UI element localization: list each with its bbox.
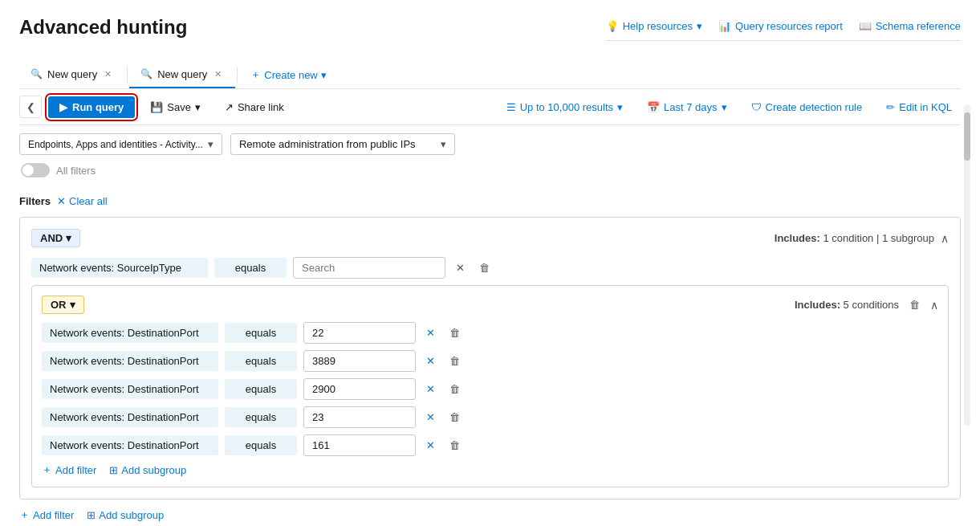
tab-close-2[interactable]: ✕ (212, 68, 224, 80)
clear-value-btn-0[interactable]: ✕ (422, 324, 439, 341)
clear-value-btn-3[interactable]: ✕ (422, 409, 439, 426)
subgroup-includes-label: Includes: 5 conditions 🗑 ∧ (795, 296, 938, 313)
chart-icon: 📊 (718, 20, 731, 32)
delete-row-btn-2[interactable]: 🗑 (445, 381, 464, 398)
source-ip-field: Network events: SourceIpType (31, 258, 208, 278)
dest-port-value-4: 161 (303, 434, 416, 456)
clear-value-btn[interactable]: ✕ (452, 259, 469, 276)
scrollbar[interactable] (964, 104, 970, 426)
add-filter-btn-inner[interactable]: ＋ Add filter (42, 463, 96, 477)
subgroup-rows: Network events: DestinationPort equals 2… (42, 322, 938, 456)
dest-port-value-0: 22 (303, 322, 416, 344)
edit-icon: ✏ (886, 101, 895, 113)
x-icon: ✕ (57, 195, 66, 207)
subgroup-row-1: Network events: DestinationPort equals 3… (42, 350, 938, 372)
delete-row-btn-0[interactable]: 🗑 (445, 324, 464, 341)
all-filters-toggle[interactable] (21, 163, 50, 177)
dest-port-op-1: equals (225, 351, 297, 371)
remote-admin-label: Remote administration from public IPs (239, 138, 416, 150)
run-query-button[interactable]: ▶ Run query (48, 96, 135, 118)
time-range-btn[interactable]: 📅 Last 7 days ▾ (638, 96, 736, 118)
chevron-down-icon: ▾ (722, 101, 727, 113)
list-icon: ☰ (506, 101, 516, 113)
tab-close-1[interactable]: ✕ (102, 68, 114, 80)
create-new-tab-btn[interactable]: ＋ Create new ▾ (239, 61, 337, 88)
create-detection-btn[interactable]: 🛡 Create detection rule (742, 96, 872, 118)
schema-reference-btn[interactable]: 📖 Schema reference (859, 20, 961, 32)
filters-title: Filters (19, 195, 51, 207)
tab-icon-1: 🔍 (30, 68, 43, 80)
dest-port-op-2: equals (225, 379, 297, 399)
detection-icon: 🛡 (751, 101, 762, 113)
delete-row-btn-1[interactable]: 🗑 (445, 353, 464, 369)
sidebar-collapse-btn[interactable]: ❮ (19, 96, 42, 118)
dest-port-field-3: Network events: DestinationPort (42, 407, 218, 427)
share-link-btn[interactable]: ↗ Share link (216, 96, 293, 118)
edit-kql-btn[interactable]: ✏ Edit in KQL (877, 96, 961, 118)
clear-all-btn[interactable]: ✕ Clear all (57, 195, 108, 207)
includes-label: Includes: 1 condition | 1 subgroup ∧ (775, 232, 949, 245)
chevron-down-icon: ▾ (697, 20, 702, 32)
bottom-add-filter-btn[interactable]: ＋ Add filter (19, 508, 74, 522)
subgroup-row-2: Network events: DestinationPort equals 2… (42, 378, 938, 400)
plus-icon: ＋ (42, 463, 52, 477)
subgroup-icon: ⊞ (87, 509, 96, 521)
chevron-down-icon: ▾ (208, 138, 213, 150)
subgroup-delete-btn[interactable]: 🗑 (905, 296, 924, 313)
plus-icon: ＋ (19, 508, 30, 522)
and-operator-btn[interactable]: AND ▾ (31, 229, 80, 247)
chevron-down-icon: ▾ (195, 101, 201, 113)
subgroup-icon: ⊞ (109, 464, 118, 476)
and-filter-group: AND ▾ Includes: 1 condition | 1 subgroup… (19, 217, 961, 499)
clear-value-btn-2[interactable]: ✕ (422, 381, 439, 398)
filters-section: Filters ✕ Clear all AND ▾ Includes: 1 co… (19, 187, 961, 526)
dest-port-op-3: equals (225, 407, 297, 427)
help-resources-btn[interactable]: 💡 Help resources ▾ (606, 20, 702, 32)
bottom-add-row: ＋ Add filter ⊞ Add subgroup (19, 508, 961, 522)
tab-new-query-1[interactable]: 🔍 New query ✕ (19, 62, 125, 88)
tab-label-1: New query (47, 68, 97, 80)
remote-admin-dropdown[interactable]: Remote administration from public IPs ▾ (230, 133, 455, 155)
source-ip-value-input[interactable] (293, 257, 445, 279)
dest-port-field-0: Network events: DestinationPort (42, 323, 218, 343)
or-subgroup: OR ▾ Includes: 5 conditions 🗑 ∧ Network … (31, 285, 949, 487)
subgroup-row-0: Network events: DestinationPort equals 2… (42, 322, 938, 344)
or-operator-btn[interactable]: OR ▾ (42, 296, 84, 314)
clear-value-btn-1[interactable]: ✕ (422, 353, 439, 369)
calendar-icon: 📅 (647, 101, 660, 113)
tab-new-query-2[interactable]: 🔍 New query ✕ (129, 62, 235, 88)
subgroup-header: OR ▾ Includes: 5 conditions 🗑 ∧ (42, 296, 938, 314)
delete-row-btn[interactable]: 🗑 (475, 259, 494, 276)
dest-port-field-1: Network events: DestinationPort (42, 351, 218, 371)
save-btn[interactable]: 💾 Save ▾ (141, 96, 209, 118)
dest-port-value-3: 23 (303, 406, 416, 428)
subgroup-row-3: Network events: DestinationPort equals 2… (42, 406, 938, 428)
bottom-add-subgroup-btn[interactable]: ⊞ Add subgroup (87, 509, 164, 521)
source-ip-filter-row: Network events: SourceIpType equals ✕ 🗑 (31, 257, 949, 279)
create-new-label: Create new (264, 69, 317, 81)
delete-row-btn-4[interactable]: 🗑 (445, 437, 464, 454)
results-limit-btn[interactable]: ☰ Up to 10,000 results ▾ (498, 96, 632, 118)
collapse-icon[interactable]: ∧ (941, 232, 949, 245)
book-icon: 📖 (859, 20, 872, 32)
toolbar: ❮ ▶ Run query 💾 Save ▾ ↗ Share link ☰ Up… (19, 89, 961, 125)
plus-icon: ＋ (250, 67, 261, 82)
chevron-down-icon: ▾ (66, 232, 71, 244)
endpoint-dropdown[interactable]: Endpoints, Apps and identities - Activit… (19, 133, 222, 155)
query-resources-btn[interactable]: 📊 Query resources report (718, 20, 843, 32)
play-icon: ▶ (59, 101, 67, 113)
chevron-down-icon: ▾ (321, 69, 327, 81)
dest-port-op-4: equals (225, 435, 297, 455)
add-subgroup-btn-inner[interactable]: ⊞ Add subgroup (109, 464, 186, 476)
or-label: OR (51, 299, 67, 311)
source-ip-op: equals (214, 258, 287, 278)
subgroup-collapse-btn[interactable]: ∧ (930, 299, 938, 312)
clear-value-btn-4[interactable]: ✕ (422, 437, 439, 454)
dest-port-op-0: equals (225, 323, 297, 343)
chevron-down-icon: ▾ (617, 101, 623, 113)
toggle-thumb (22, 165, 34, 176)
share-icon: ↗ (225, 101, 234, 113)
filters-header: Filters ✕ Clear all (19, 195, 961, 207)
delete-row-btn-3[interactable]: 🗑 (445, 409, 464, 426)
filter-bar: Endpoints, Apps and identities - Activit… (19, 125, 961, 163)
